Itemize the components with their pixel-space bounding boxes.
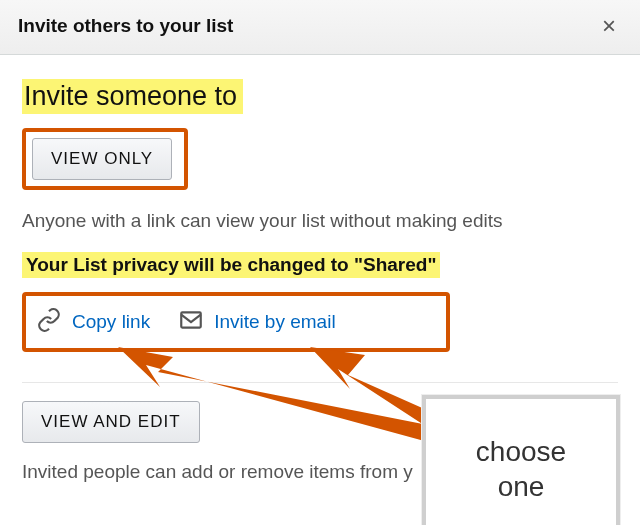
view-only-highlight-box: VIEW ONLY [22,128,188,190]
share-options-highlight-box: Copy link Invite by email [22,292,450,352]
annotation-text: choose one [476,434,566,504]
privacy-change-note: Your List privacy will be changed to "Sh… [22,252,440,278]
mail-icon [178,307,204,337]
annotation-callout: choose one [422,395,620,525]
section-divider [22,382,618,383]
invite-modal: Invite others to your list × Invite some… [0,0,640,505]
svg-rect-0 [181,312,201,327]
modal-header: Invite others to your list × [0,0,640,55]
invite-by-email-label: Invite by email [214,311,335,333]
close-icon[interactable]: × [596,12,622,40]
invite-by-email-option[interactable]: Invite by email [178,307,335,337]
link-icon [36,307,62,337]
view-only-description: Anyone with a link can view your list wi… [22,210,618,232]
invite-heading: Invite someone to [22,79,243,114]
copy-link-option[interactable]: Copy link [36,307,150,337]
copy-link-label: Copy link [72,311,150,333]
view-and-edit-button[interactable]: VIEW AND EDIT [22,401,200,443]
modal-title: Invite others to your list [18,15,233,37]
modal-body: Invite someone to VIEW ONLY Anyone with … [0,55,640,505]
view-only-button[interactable]: VIEW ONLY [32,138,172,180]
